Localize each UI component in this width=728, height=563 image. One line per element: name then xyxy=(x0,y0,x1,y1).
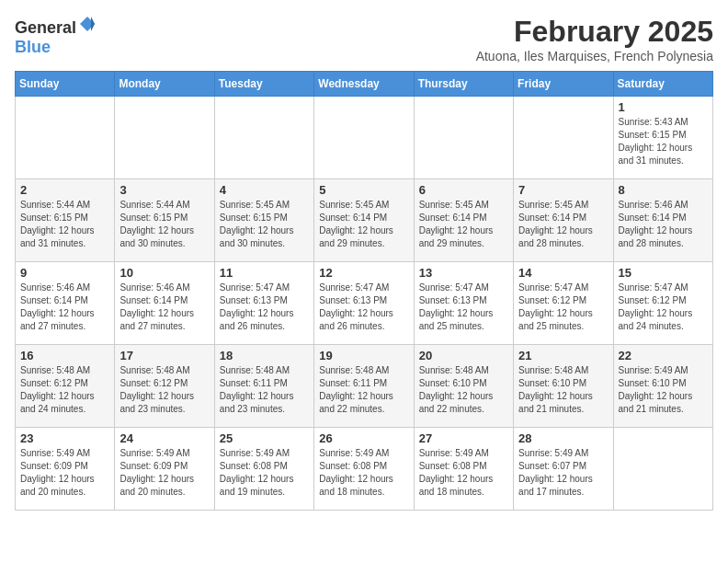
day-number: 26 xyxy=(319,431,408,445)
day-number: 17 xyxy=(119,349,209,362)
day-info: Sunrise: 5:45 AM Sunset: 6:14 PM Dayligh… xyxy=(319,199,408,250)
day-number: 4 xyxy=(220,183,309,197)
calendar-cell xyxy=(514,97,613,179)
week-row-1: 1Sunrise: 5:43 AM Sunset: 6:15 PM Daylig… xyxy=(16,97,713,179)
day-number: 14 xyxy=(518,266,608,280)
day-info: Sunrise: 5:48 AM Sunset: 6:11 PM Dayligh… xyxy=(319,364,408,416)
day-info: Sunrise: 5:47 AM Sunset: 6:13 PM Dayligh… xyxy=(419,282,508,333)
day-info: Sunrise: 5:49 AM Sunset: 6:09 PM Dayligh… xyxy=(119,447,209,499)
day-info: Sunrise: 5:45 AM Sunset: 6:14 PM Dayligh… xyxy=(518,199,608,250)
day-info: Sunrise: 5:48 AM Sunset: 6:10 PM Dayligh… xyxy=(419,364,508,416)
calendar-cell: 15Sunrise: 5:47 AM Sunset: 6:12 PM Dayli… xyxy=(613,262,712,345)
calendar-cell: 10Sunrise: 5:46 AM Sunset: 6:14 PM Dayli… xyxy=(115,262,214,345)
week-row-2: 2Sunrise: 5:44 AM Sunset: 6:15 PM Daylig… xyxy=(16,179,713,262)
header-day-thursday: Thursday xyxy=(414,72,513,97)
day-info: Sunrise: 5:49 AM Sunset: 6:07 PM Dayligh… xyxy=(518,447,608,499)
day-number: 3 xyxy=(119,183,209,197)
logo-icon xyxy=(78,15,97,33)
calendar-cell: 2Sunrise: 5:44 AM Sunset: 6:15 PM Daylig… xyxy=(16,179,115,262)
day-number: 11 xyxy=(220,266,309,280)
header-day-sunday: Sunday xyxy=(16,72,115,97)
day-number: 1 xyxy=(619,100,708,114)
calendar-cell: 14Sunrise: 5:47 AM Sunset: 6:12 PM Dayli… xyxy=(514,262,613,345)
calendar-cell: 11Sunrise: 5:47 AM Sunset: 6:13 PM Dayli… xyxy=(214,262,313,345)
day-info: Sunrise: 5:44 AM Sunset: 6:15 PM Dayligh… xyxy=(20,199,109,250)
day-info: Sunrise: 5:46 AM Sunset: 6:14 PM Dayligh… xyxy=(119,282,209,333)
logo-text-general: General xyxy=(15,18,76,37)
calendar-cell: 13Sunrise: 5:47 AM Sunset: 6:13 PM Dayli… xyxy=(414,262,513,345)
calendar-cell: 24Sunrise: 5:49 AM Sunset: 6:09 PM Dayli… xyxy=(115,428,214,511)
day-info: Sunrise: 5:44 AM Sunset: 6:15 PM Dayligh… xyxy=(119,199,209,250)
calendar-cell: 5Sunrise: 5:45 AM Sunset: 6:14 PM Daylig… xyxy=(314,179,414,262)
day-number: 23 xyxy=(20,431,109,445)
day-info: Sunrise: 5:48 AM Sunset: 6:12 PM Dayligh… xyxy=(119,364,209,416)
calendar-cell: 17Sunrise: 5:48 AM Sunset: 6:12 PM Dayli… xyxy=(115,345,214,428)
calendar-cell: 20Sunrise: 5:48 AM Sunset: 6:10 PM Dayli… xyxy=(414,345,513,428)
calendar-cell: 28Sunrise: 5:49 AM Sunset: 6:07 PM Dayli… xyxy=(514,428,613,511)
day-number: 28 xyxy=(518,431,608,445)
header-day-friday: Friday xyxy=(514,72,613,97)
day-info: Sunrise: 5:46 AM Sunset: 6:14 PM Dayligh… xyxy=(20,282,109,333)
day-number: 16 xyxy=(20,349,109,362)
day-number: 15 xyxy=(619,266,708,280)
calendar-cell: 22Sunrise: 5:49 AM Sunset: 6:10 PM Dayli… xyxy=(613,345,712,428)
header-day-tuesday: Tuesday xyxy=(214,72,313,97)
calendar-cell: 19Sunrise: 5:48 AM Sunset: 6:11 PM Dayli… xyxy=(314,345,414,428)
calendar-cell: 8Sunrise: 5:46 AM Sunset: 6:14 PM Daylig… xyxy=(613,179,712,262)
day-number: 18 xyxy=(220,349,309,362)
week-row-5: 23Sunrise: 5:49 AM Sunset: 6:09 PM Dayli… xyxy=(16,428,713,511)
day-info: Sunrise: 5:47 AM Sunset: 6:12 PM Dayligh… xyxy=(518,282,608,333)
page-header: General Blue February 2025 Atuona, Iles … xyxy=(15,15,713,63)
day-number: 9 xyxy=(20,266,109,280)
location-subtitle: Atuona, Iles Marquises, French Polynesia xyxy=(476,49,713,63)
calendar-cell: 3Sunrise: 5:44 AM Sunset: 6:15 PM Daylig… xyxy=(115,179,214,262)
logo-text-blue: Blue xyxy=(15,38,51,56)
day-info: Sunrise: 5:45 AM Sunset: 6:14 PM Dayligh… xyxy=(419,199,508,250)
day-number: 22 xyxy=(619,349,708,362)
calendar-cell: 27Sunrise: 5:49 AM Sunset: 6:08 PM Dayli… xyxy=(414,428,513,511)
calendar-cell xyxy=(16,97,115,179)
day-number: 7 xyxy=(518,183,608,197)
day-info: Sunrise: 5:49 AM Sunset: 6:10 PM Dayligh… xyxy=(619,364,708,416)
day-number: 25 xyxy=(220,431,309,445)
day-number: 10 xyxy=(119,266,209,280)
day-info: Sunrise: 5:43 AM Sunset: 6:15 PM Dayligh… xyxy=(619,116,708,167)
day-info: Sunrise: 5:48 AM Sunset: 6:12 PM Dayligh… xyxy=(20,364,109,416)
calendar-cell: 9Sunrise: 5:46 AM Sunset: 6:14 PM Daylig… xyxy=(16,262,115,345)
calendar-cell: 23Sunrise: 5:49 AM Sunset: 6:09 PM Dayli… xyxy=(16,428,115,511)
day-number: 20 xyxy=(419,349,508,362)
week-row-4: 16Sunrise: 5:48 AM Sunset: 6:12 PM Dayli… xyxy=(16,345,713,428)
day-info: Sunrise: 5:48 AM Sunset: 6:10 PM Dayligh… xyxy=(518,364,608,416)
calendar-cell: 12Sunrise: 5:47 AM Sunset: 6:13 PM Dayli… xyxy=(314,262,414,345)
calendar-cell: 26Sunrise: 5:49 AM Sunset: 6:08 PM Dayli… xyxy=(314,428,414,511)
day-number: 21 xyxy=(518,349,608,362)
calendar-cell xyxy=(214,97,313,179)
day-number: 2 xyxy=(20,183,109,197)
day-number: 8 xyxy=(619,183,708,197)
header-day-wednesday: Wednesday xyxy=(314,72,414,97)
calendar-cell: 21Sunrise: 5:48 AM Sunset: 6:10 PM Dayli… xyxy=(514,345,613,428)
calendar-cell xyxy=(115,97,214,179)
day-info: Sunrise: 5:48 AM Sunset: 6:11 PM Dayligh… xyxy=(220,364,309,416)
day-number: 6 xyxy=(419,183,508,197)
day-info: Sunrise: 5:49 AM Sunset: 6:09 PM Dayligh… xyxy=(20,447,109,499)
calendar-cell: 18Sunrise: 5:48 AM Sunset: 6:11 PM Dayli… xyxy=(214,345,313,428)
calendar-cell: 4Sunrise: 5:45 AM Sunset: 6:15 PM Daylig… xyxy=(214,179,313,262)
header-row: SundayMondayTuesdayWednesdayThursdayFrid… xyxy=(16,72,713,97)
day-number: 27 xyxy=(419,431,508,445)
week-row-3: 9Sunrise: 5:46 AM Sunset: 6:14 PM Daylig… xyxy=(16,262,713,345)
header-day-monday: Monday xyxy=(115,72,214,97)
calendar-cell: 6Sunrise: 5:45 AM Sunset: 6:14 PM Daylig… xyxy=(414,179,513,262)
calendar-cell: 16Sunrise: 5:48 AM Sunset: 6:12 PM Dayli… xyxy=(16,345,115,428)
calendar-cell: 1Sunrise: 5:43 AM Sunset: 6:15 PM Daylig… xyxy=(613,97,712,179)
day-number: 24 xyxy=(119,431,209,445)
day-info: Sunrise: 5:47 AM Sunset: 6:13 PM Dayligh… xyxy=(319,282,408,333)
calendar-table: SundayMondayTuesdayWednesdayThursdayFrid… xyxy=(15,71,713,511)
calendar-cell xyxy=(314,97,414,179)
logo: General Blue xyxy=(15,15,97,57)
day-info: Sunrise: 5:46 AM Sunset: 6:14 PM Dayligh… xyxy=(619,199,708,250)
day-info: Sunrise: 5:47 AM Sunset: 6:12 PM Dayligh… xyxy=(619,282,708,333)
day-info: Sunrise: 5:49 AM Sunset: 6:08 PM Dayligh… xyxy=(419,447,508,499)
calendar-cell xyxy=(613,428,712,511)
header-day-saturday: Saturday xyxy=(613,72,712,97)
